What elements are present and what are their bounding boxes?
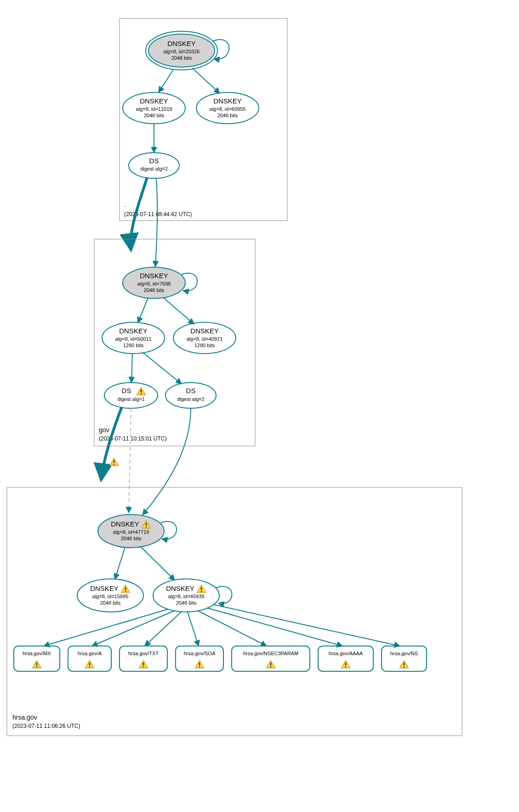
edge-zsk2-nsec3 (198, 611, 267, 646)
svg-text:DNSKEY: DNSKEY (140, 97, 168, 105)
edge-rootksk-zsk1 (159, 69, 174, 92)
svg-text:alg=8, id=7698: alg=8, id=7698 (137, 281, 171, 286)
svg-text:alg=8, id=20326: alg=8, id=20326 (164, 49, 200, 54)
svg-text:DNSKEY: DNSKEY (90, 584, 119, 592)
zone-ts-hrsa: (2023-07-11 11:06:26 UTC) (12, 723, 80, 729)
edge-zsk2-ns (214, 605, 400, 646)
rr-a: hrsa.gov/A (68, 646, 111, 671)
edge-rootksk-zsk2 (192, 68, 220, 93)
svg-text:hrsa.gov/NSEC3PARAM: hrsa.gov/NSEC3PARAM (243, 651, 298, 656)
svg-text:alg=8, id=15885: alg=8, id=15885 (92, 594, 129, 599)
zone-label-gov: gov (99, 426, 109, 434)
svg-text:alg=8, id=60955: alg=8, id=60955 (210, 106, 246, 112)
svg-text:DNSKEY: DNSKEY (111, 520, 139, 528)
svg-text:hrsa.gov/TXT: hrsa.gov/TXT (128, 651, 159, 656)
svg-text:alg=8, id=50011: alg=8, id=50011 (115, 336, 152, 342)
node-hrsa-zsk2: DNSKEY alg=8, id=45939 2048 bits (153, 579, 219, 612)
svg-text:digest alg=1: digest alg=1 (117, 396, 145, 402)
svg-text:2048 bits: 2048 bits (217, 113, 238, 118)
edge-gov-to-hrsa-deleg (101, 407, 122, 480)
edge-govds2-hrsaksk (143, 408, 191, 515)
svg-text:alg=8, id=40921: alg=8, id=40921 (187, 336, 223, 342)
rr-soa: hrsa.gov/SOA (176, 646, 223, 671)
edge-hrsaksk-zsk1 (115, 547, 125, 579)
edge-zsk2-soa (188, 612, 199, 646)
node-gov-ds1: DS digest alg=1 (104, 383, 158, 408)
node-root-zsk2: DNSKEY alg=8, id=60955 2048 bits (196, 92, 259, 124)
node-gov-zsk1: DNSKEY alg=8, id=50011 1280 bits (102, 322, 165, 354)
svg-text:2048 bits: 2048 bits (171, 55, 192, 61)
svg-text:alg=8, id=11019: alg=8, id=11019 (136, 106, 172, 112)
svg-text:DNSKEY: DNSKEY (140, 272, 168, 280)
zone-label-root: . (124, 201, 126, 208)
svg-text:2048 bits: 2048 bits (176, 600, 197, 606)
node-root-zsk1: DNSKEY alg=8, id=11019 2048 bits (123, 92, 185, 124)
zone-box-hrsa (7, 487, 462, 736)
node-hrsa-zsk1: DNSKEY alg=8, id=15885 2048 bits (77, 579, 143, 612)
svg-text:2048 bits: 2048 bits (144, 287, 165, 293)
node-gov-zsk2: DNSKEY alg=8, id=40921 1280 bits (173, 322, 236, 354)
svg-text:DNSKEY: DNSKEY (213, 97, 242, 105)
svg-text:DS: DS (149, 157, 159, 165)
rr-nsec3: hrsa.gov/NSEC3PARAM (232, 646, 310, 671)
node-gov-ds2: DS digest alg=2 (165, 383, 216, 408)
zone-label-hrsa: hrsa.gov (12, 714, 37, 721)
node-root-ksk: DNSKEY alg=8, id=20326 2048 bits (146, 31, 217, 70)
svg-text:DNSKEY: DNSKEY (190, 327, 219, 335)
svg-text:1280 bits: 1280 bits (194, 343, 215, 348)
rr-txt: hrsa.gov/TXT (120, 646, 167, 671)
svg-text:2048 bits: 2048 bits (144, 113, 165, 118)
svg-text:hrsa.gov/NS: hrsa.gov/NS (390, 651, 418, 656)
svg-text:hrsa.gov/AAAA: hrsa.gov/AAAA (329, 651, 363, 656)
svg-text:digest alg=2: digest alg=2 (177, 396, 205, 402)
svg-text:alg=8, id=47719: alg=8, id=47719 (113, 529, 149, 535)
node-root-ds: DS digest alg=2 (129, 153, 179, 178)
rr-aaaa: hrsa.gov/AAAA (318, 646, 373, 671)
edge-govds1-hrsaksk (129, 408, 131, 513)
svg-text:DNSKEY: DNSKEY (167, 40, 196, 47)
node-hrsa-ksk: DNSKEY alg=8, id=47719 2048 bits (98, 515, 164, 548)
edge-govksk-zsk2 (163, 297, 194, 324)
edge-zsk2-aaaa (207, 608, 342, 646)
rr-mx: hrsa.gov/MX (14, 646, 60, 671)
edge-zsk2-txt (145, 612, 182, 646)
edge-govzsk1-ds2 (143, 352, 182, 384)
node-gov-ksk: DNSKEY alg=8, id=7698 2048 bits (123, 267, 185, 298)
edge-rootds-govksk (155, 178, 157, 267)
svg-text:1280 bits: 1280 bits (123, 343, 144, 348)
svg-text:2048 bits: 2048 bits (121, 536, 142, 541)
svg-text:hrsa.gov/MX: hrsa.gov/MX (23, 651, 51, 656)
warning-icon (109, 458, 119, 466)
svg-text:2048 bits: 2048 bits (100, 600, 121, 606)
rr-ns: hrsa.gov/NS (382, 646, 427, 671)
edge-govksk-zsk1 (138, 298, 148, 323)
svg-text:hrsa.gov/SOA: hrsa.gov/SOA (184, 651, 216, 656)
svg-text:DS: DS (186, 387, 196, 395)
svg-text:alg=8, id=45939: alg=8, id=45939 (168, 594, 205, 599)
svg-text:DS: DS (122, 387, 131, 395)
edge-hrsaksk-zsk2 (140, 546, 175, 580)
edge-govzsk1-ds1 (131, 354, 132, 383)
svg-text:DNSKEY: DNSKEY (119, 327, 148, 335)
svg-text:digest alg=2: digest alg=2 (140, 166, 168, 172)
svg-text:hrsa.gov/A: hrsa.gov/A (78, 651, 102, 656)
svg-text:DNSKEY: DNSKEY (166, 584, 194, 592)
